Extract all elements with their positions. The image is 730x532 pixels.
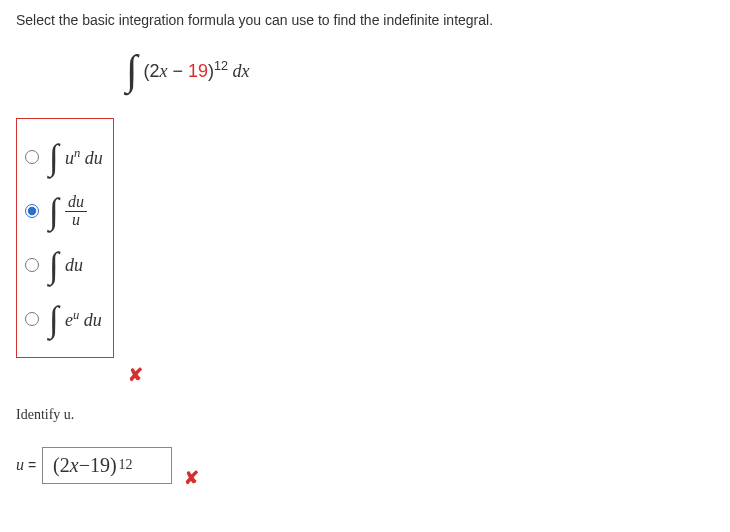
radio-option-1[interactable]	[25, 150, 39, 164]
expr-constant: 19	[188, 61, 208, 81]
option-log-rule[interactable]: ∫ du u	[25, 189, 103, 233]
opt2-du-u: u	[76, 193, 84, 210]
opt1-du-d: d	[80, 148, 94, 168]
option-3-math: ∫ du	[49, 244, 83, 286]
option-1-math: ∫ un du	[49, 136, 103, 178]
opt3-du-d: d	[65, 255, 74, 275]
expr-x: x	[160, 61, 168, 81]
radio-option-3[interactable]	[25, 258, 39, 272]
integral-sign-icon: ∫	[49, 136, 59, 178]
option-4-math: ∫ eu du	[49, 298, 102, 340]
ans-minus: −	[79, 454, 90, 477]
expr-minus: −	[168, 61, 189, 81]
opt4-e: e	[65, 310, 73, 330]
expr-open: (2	[144, 61, 160, 81]
u-answer-input[interactable]: (2x − 19)12	[42, 447, 172, 484]
opt1-u: u	[65, 148, 74, 168]
option-power-rule[interactable]: ∫ un du	[25, 135, 103, 179]
integral-sign-icon: ∫	[126, 46, 138, 94]
incorrect-icon: ✘	[128, 364, 143, 386]
expr-dx-x: x	[242, 61, 250, 81]
opt4-du-u: u	[93, 310, 102, 330]
opt1-du-u: u	[94, 148, 103, 168]
opt4-du-d: d	[79, 310, 93, 330]
ans-num: 19	[90, 454, 110, 477]
integral-sign-icon: ∫	[49, 190, 59, 232]
opt2-den: u	[69, 212, 83, 229]
expr-exponent: 12	[214, 59, 228, 73]
radio-option-2[interactable]	[25, 204, 39, 218]
radio-option-4[interactable]	[25, 312, 39, 326]
integral-expression: ∫ (2x − 19)12 dx	[126, 46, 714, 94]
ans-x: x	[70, 454, 79, 477]
ans-open: (2	[53, 454, 70, 477]
integral-sign-icon: ∫	[49, 298, 59, 340]
opt2-fraction: du u	[65, 194, 87, 229]
opt3-du-u: u	[74, 255, 83, 275]
u-answer-row: u = (2x − 19)12 ✘	[16, 441, 714, 489]
ans-exp: 12	[119, 457, 133, 473]
incorrect-icon: ✘	[184, 467, 199, 489]
option-2-math: ∫ du u	[49, 190, 87, 232]
option-exp-rule[interactable]: ∫ eu du	[25, 297, 103, 341]
identify-prompt: Identify u.	[16, 406, 714, 423]
eq-sign: =	[24, 457, 36, 473]
integral-sign-icon: ∫	[49, 244, 59, 286]
question-prompt: Select the basic integration formula you…	[16, 12, 714, 28]
expr-dx-d: d	[228, 61, 242, 81]
ans-close: )	[110, 454, 117, 477]
option-constant-rule[interactable]: ∫ du	[25, 243, 103, 287]
options-group: ∫ un du ∫ du u ∫ du ∫ eu du	[16, 118, 114, 358]
identify-text: Identify u.	[16, 407, 74, 422]
u-label: u	[16, 456, 24, 473]
opt2-du-d: d	[68, 193, 76, 210]
